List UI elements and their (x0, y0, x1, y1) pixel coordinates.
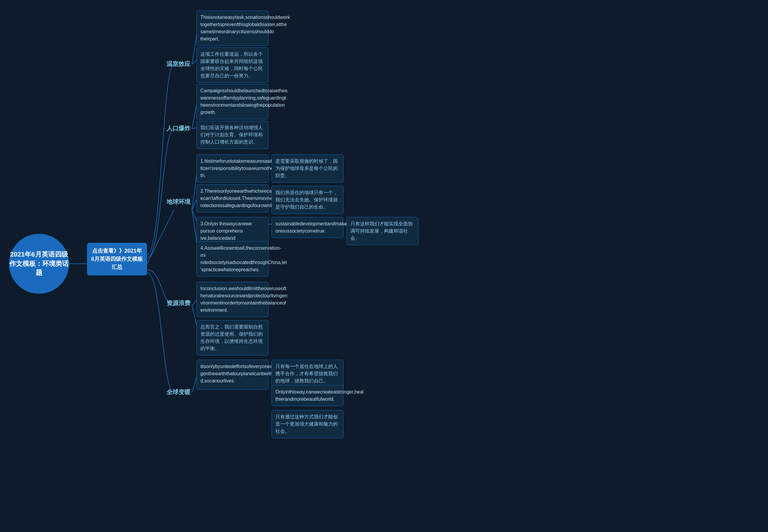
global-box-1: itisonlybyunitedeffortsofeveryonedwellin… (197, 360, 269, 390)
global-box-2: Onlyinthisway,canwecreateastronger,heal … (272, 385, 344, 406)
svg-line-1 (147, 210, 174, 264)
root-node: 2021年6月英语四级作文模板：环境类话题 (9, 234, 69, 294)
population-text-2: 我们应该开展各种活动增强人们对于计划生育、保护环境和控制人口增长方面的意识。 (201, 125, 263, 144)
branch-population: 人口爆炸 (166, 124, 190, 132)
branch-greenhouse: 温室效应 (166, 60, 190, 68)
branch-earth: 地球环境 (166, 198, 190, 206)
global-box-1-cn: 只有每一个居住在地球上的人携手合作，才有希望拯救我们的地球，拯救我们自己。 (272, 360, 344, 388)
mind-map: 2021年6月英语四级作文模板：环境类话题 点击查看》》2021年6月英语四级作… (0, 0, 768, 532)
population-box-2: 我们应该开展各种活动增强人们对于计划生育、保护环境和控制人口增长方面的意识。 (197, 121, 269, 149)
earth-box-4: 4.Asiswellknowntoall,theconservation-mi … (197, 241, 269, 277)
branch-global: 全球变暖 (166, 388, 190, 396)
earth-box-3-r: sustainabledevelopmentandmakeaharm oniou… (272, 217, 344, 238)
earth-text-1-cn: 是需要采取措施的时候了，因为保护地球母亲是每个公民的职责。 (275, 159, 338, 178)
resources-box-2: 总而言之，我们需要限制自然资源的过度使用、保护我们的生存环境，以便维持生态环境的… (197, 320, 269, 355)
global-text-2: Onlyinthisway,canwecreateastronger,heal … (275, 389, 364, 402)
earth-box-3: 3.Onlyin thiswaycanewe pursue comprehens… (197, 217, 269, 245)
branch-resources: 资源浪费 (166, 299, 190, 307)
global-text-3-cn: 只有通过这种方式我们才能创造一个更加强大健康和魅力的社会。 (275, 414, 338, 434)
earth-box-2-cn: 我们所居住的地球只有一个，我们无法去失她。保护环境就是守护我们自己的生命。 (272, 186, 344, 214)
earth-box-1: 1.Itistimeforustotakemeasuresasitiseachc… (197, 154, 269, 183)
earth-box-3-cn: 只有这样我们才能实现全面协调可持续发展，构建和谐社会。 (347, 217, 418, 245)
center-node: 点击查看》》2021年6月英语四级作文模板汇总 (87, 243, 147, 275)
earth-text-4: 4.Asiswellknowntoall,theconservation-mi … (201, 245, 287, 272)
resources-text-1: Inconclusion,weshouldlimittheoveruseoft … (201, 286, 287, 313)
global-text-1-cn: 只有每一个居住在地球上的人携手合作，才有希望拯救我们的地球，拯救我们自己。 (275, 364, 338, 383)
center-label: 点击查看》》2021年6月英语四级作文模板汇总 (91, 248, 143, 270)
earth-text-3-cn: 只有这样我们才能实现全面协调可持续发展，构建和谐社会。 (350, 221, 413, 241)
resources-box-1: Inconclusion,weshouldlimittheoveruseoft … (197, 282, 269, 317)
earth-box-1-cn: 是需要采取措施的时候了，因为保护地球母亲是每个公民的职责。 (272, 154, 344, 183)
earth-box-2: 2.Thereisonlyoneearthwhichwecanlivein,w … (197, 184, 269, 213)
population-text-1: Campaignsshouldbelaunchedtoraisethea war… (201, 88, 287, 115)
greenhouse-text-1: Thisisnotaneasytask,sonationsshouldwork … (201, 15, 290, 41)
population-box-1: Campaignsshouldbelaunchedtoraisethea war… (197, 84, 269, 119)
greenhouse-text-2: 这项工作任重道远，所以各个国家要联合起来共同组织这场全球性的灾难，同时每个公民也… (201, 52, 263, 78)
earth-text-3: 3.Onlyin thiswaycanewe pursue comprehens… (201, 221, 252, 241)
greenhouse-box-1: Thisisnotaneasytask,sonationsshouldwork … (197, 10, 269, 46)
earth-text-2-cn: 我们所居住的地球只有一个，我们无法去失她。保护环境就是守护我们自己的生命。 (275, 190, 338, 210)
global-box-3-cn: 只有通过这种方式我们才能创造一个更加强大健康和魅力的社会。 (272, 410, 344, 438)
greenhouse-box-2: 这项工作任重道远，所以各个国家要联合起来共同组织这场全球性的灾难，同时每个公民也… (197, 47, 269, 83)
resources-text-2: 总而言之，我们需要限制自然资源的过度使用、保护我们的生存环境，以便维持生态环境的… (201, 324, 263, 351)
root-label: 2021年6月英语四级作文模板：环境类话题 (9, 250, 69, 278)
